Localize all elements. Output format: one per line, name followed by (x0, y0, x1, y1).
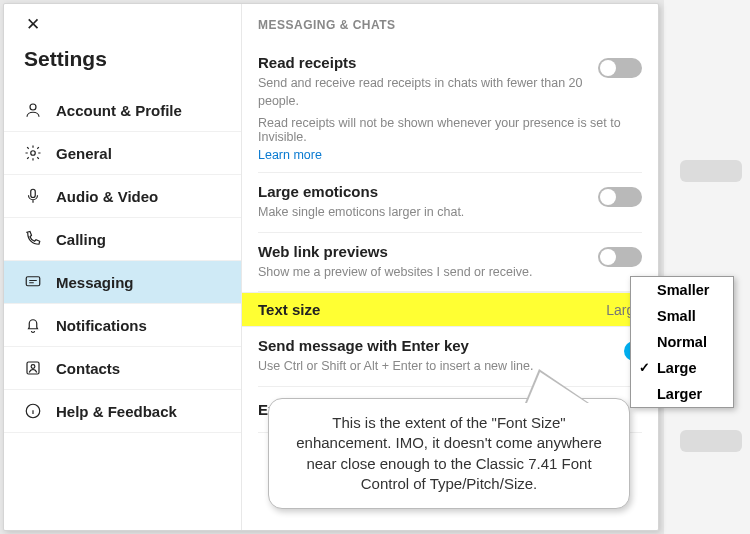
info-icon (24, 402, 42, 420)
contacts-icon (24, 359, 42, 377)
read-receipts-toggle[interactable] (598, 58, 642, 78)
gear-icon (24, 144, 42, 162)
sidebar-item-messaging[interactable]: Messaging (4, 261, 241, 304)
setting-desc: Make single emoticons larger in chat. (258, 204, 588, 222)
sidebar-item-general[interactable]: General (4, 132, 241, 175)
svg-rect-3 (26, 277, 40, 286)
text-size-dropdown: Smaller Small Normal Large Larger (630, 276, 734, 408)
dropdown-item-large[interactable]: Large (631, 355, 733, 381)
dropdown-item-smaller[interactable]: Smaller (631, 277, 733, 303)
sidebar-item-label: Account & Profile (56, 102, 182, 119)
setting-title: Text size (258, 301, 320, 318)
sidebar-item-label: Calling (56, 231, 106, 248)
setting-desc: Show me a preview of websites I send or … (258, 264, 588, 282)
setting-web-link-previews: Web link previews Show me a preview of w… (258, 233, 642, 293)
web-link-toggle[interactable] (598, 247, 642, 267)
bell-icon (24, 316, 42, 334)
sidebar-item-account[interactable]: Account & Profile (4, 89, 241, 132)
setting-title: Large emoticons (258, 183, 642, 200)
setting-text-size[interactable]: Text size Large (242, 292, 658, 327)
sidebar-item-label: Help & Feedback (56, 403, 177, 420)
setting-title: Read receipts (258, 54, 642, 71)
section-header: MESSAGING & CHATS (258, 16, 642, 44)
sidebar-item-label: General (56, 145, 112, 162)
learn-more-link[interactable]: Learn more (258, 148, 642, 162)
dropdown-item-normal[interactable]: Normal (631, 329, 733, 355)
sidebar-item-audiovideo[interactable]: Audio & Video (4, 175, 241, 218)
sidebar-item-calling[interactable]: Calling (4, 218, 241, 261)
setting-note: Read receipts will not be shown whenever… (258, 116, 642, 144)
annotation-callout: This is the extent of the "Font Size" en… (268, 398, 630, 509)
sidebar-item-notifications[interactable]: Notifications (4, 304, 241, 347)
svg-point-1 (31, 151, 36, 156)
close-icon[interactable]: ✕ (26, 15, 40, 34)
dropdown-item-larger[interactable]: Larger (631, 381, 733, 407)
svg-rect-2 (31, 189, 36, 197)
setting-title: Web link previews (258, 243, 642, 260)
settings-sidebar: ✕ Settings Account & Profile General (4, 4, 242, 530)
setting-title: Send message with Enter key (258, 337, 642, 354)
sidebar-item-label: Notifications (56, 317, 147, 334)
svg-point-0 (30, 104, 36, 110)
setting-desc: Send and receive read receipts in chats … (258, 75, 588, 110)
dropdown-item-small[interactable]: Small (631, 303, 733, 329)
sidebar-item-help[interactable]: Help & Feedback (4, 390, 241, 433)
setting-read-receipts: Read receipts Send and receive read rece… (258, 44, 642, 173)
svg-point-5 (31, 365, 35, 369)
page-title: Settings (4, 43, 241, 89)
large-emoticons-toggle[interactable] (598, 187, 642, 207)
setting-large-emoticons: Large emoticons Make single emoticons la… (258, 173, 642, 233)
sidebar-item-label: Messaging (56, 274, 134, 291)
person-icon (24, 101, 42, 119)
chat-icon (24, 273, 42, 291)
microphone-icon (24, 187, 42, 205)
phone-icon (24, 230, 42, 248)
sidebar-item-label: Audio & Video (56, 188, 158, 205)
background-chat-strip (664, 0, 750, 534)
settings-nav: Account & Profile General Audio & Video … (4, 89, 241, 433)
sidebar-item-contacts[interactable]: Contacts (4, 347, 241, 390)
sidebar-item-label: Contacts (56, 360, 120, 377)
